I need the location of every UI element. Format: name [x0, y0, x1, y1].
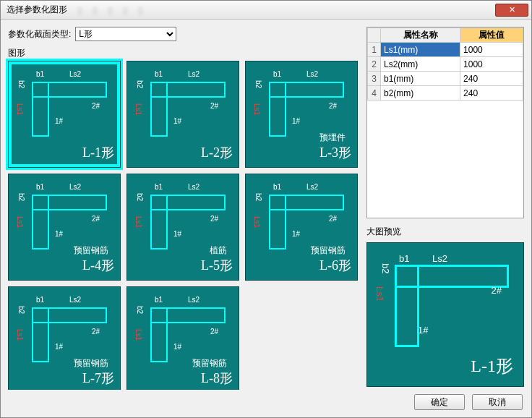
shape-subtitle: 植筋 [210, 244, 227, 257]
table-row[interactable]: 4b2(mm)240 [368, 86, 523, 101]
shape-caption: L-3形 [319, 144, 351, 161]
shape-caption: L-7形 [82, 370, 114, 387]
shape-caption: L-2形 [201, 144, 233, 161]
dialog-window: 选择参数化图形 ▯▯▯▯▯ ✕ 参数化截面类型: L形 图形 b1Ls2Ls1b… [0, 0, 532, 418]
schematic: b1Ls2Ls1b21#2# [263, 72, 347, 140]
close-icon: ✕ [509, 5, 515, 14]
right-panel: 属性名称 属性值 1Ls1(mm)10002Ls2(mm)10003b1(mm)… [366, 27, 524, 387]
ok-button[interactable]: 确定 [414, 394, 465, 410]
window-title: 选择参数化图形 [7, 4, 67, 16]
titlebar: 选择参数化图形 ▯▯▯▯▯ ✕ [1, 1, 531, 20]
col-header-value: 属性值 [460, 28, 523, 43]
preview-caption: L-1形 [471, 354, 513, 378]
content-area: 参数化截面类型: L形 图形 b1Ls2Ls1b21#2#L-1形b1Ls2Ls… [1, 20, 531, 390]
type-label: 参数化截面类型: [8, 28, 71, 40]
schematic: b1Ls2Ls1b21#2# [263, 184, 347, 252]
footer: 确定 取消 [1, 390, 531, 417]
schematic: b1Ls2Ls1b21#2# [26, 184, 110, 252]
type-row: 参数化截面类型: L形 [8, 27, 359, 41]
table-row[interactable]: 1Ls1(mm)1000 [368, 43, 523, 57]
preview-schematic: b1 Ls2 Ls1 b2 1# 2# [389, 255, 512, 350]
shape-tile-4[interactable]: b1Ls2Ls1b21#2#预留钢筋L-4形 [8, 174, 121, 281]
prop-name: b2(mm) [381, 86, 460, 101]
prop-name: Ls2(mm) [381, 57, 460, 72]
prop-value[interactable]: 1000 [460, 57, 523, 72]
shape-tile-7[interactable]: b1Ls2Ls1b21#2#预留钢筋L-7形 [8, 286, 121, 390]
schematic: b1Ls2Ls1b21#2# [145, 184, 228, 252]
schematic: b1Ls2Ls1b21#2# [145, 72, 228, 140]
schematic: b1Ls2Ls1b21#2# [145, 297, 228, 365]
shape-tile-3[interactable]: b1Ls2Ls1b21#2#预埋件L-3形 [245, 61, 358, 168]
shape-subtitle: 预留钢筋 [192, 357, 227, 370]
table-row[interactable]: 3b1(mm)240 [368, 72, 523, 86]
shape-tile-1[interactable]: b1Ls2Ls1b21#2#L-1形 [8, 61, 121, 168]
table-row[interactable]: 2Ls2(mm)1000 [368, 57, 523, 72]
close-button[interactable]: ✕ [495, 4, 528, 17]
shape-tile-6[interactable]: b1Ls2Ls1b21#2#预留钢筋L-6形 [245, 174, 358, 281]
shape-caption: L-8形 [201, 370, 233, 387]
prop-value[interactable]: 240 [460, 86, 523, 101]
preview-label: 大图预览 [366, 226, 524, 238]
shape-caption: L-4形 [82, 257, 114, 274]
shape-caption: L-5形 [201, 257, 233, 274]
shape-caption: L-1形 [82, 144, 114, 161]
cancel-button[interactable]: 取消 [472, 394, 523, 410]
shapes-grid: b1Ls2Ls1b21#2#L-1形b1Ls2Ls1b21#2#L-2形b1Ls… [8, 61, 359, 390]
shapes-label: 图形 [8, 47, 359, 59]
prop-value[interactable]: 1000 [460, 43, 523, 57]
schematic: b1Ls2Ls1b21#2# [26, 297, 110, 365]
shape-subtitle: 预留钢筋 [74, 244, 108, 257]
shape-subtitle: 预留钢筋 [74, 357, 108, 370]
titlebar-blurred-tabs: ▯▯▯▯▯ [67, 5, 495, 15]
col-header-name: 属性名称 [381, 28, 460, 43]
shape-tile-5[interactable]: b1Ls2Ls1b21#2#植筋L-5形 [126, 174, 239, 281]
left-panel: 参数化截面类型: L形 图形 b1Ls2Ls1b21#2#L-1形b1Ls2Ls… [8, 27, 359, 387]
property-table[interactable]: 属性名称 属性值 1Ls1(mm)10002Ls2(mm)10003b1(mm)… [366, 27, 524, 218]
shape-tile-2[interactable]: b1Ls2Ls1b21#2#L-2形 [126, 61, 239, 168]
schematic: b1Ls2Ls1b21#2# [26, 72, 110, 140]
shape-caption: L-6形 [319, 257, 351, 274]
shape-subtitle: 预埋件 [319, 132, 346, 144]
preview-panel: b1 Ls2 Ls1 b2 1# 2# L-1形 [366, 242, 524, 387]
prop-value[interactable]: 240 [460, 72, 523, 86]
shape-subtitle: 预留钢筋 [311, 244, 346, 257]
prop-name: Ls1(mm) [381, 43, 460, 57]
shape-tile-8[interactable]: b1Ls2Ls1b21#2#预留钢筋L-8形 [126, 286, 239, 390]
type-select[interactable]: L形 [75, 27, 176, 41]
prop-name: b1(mm) [381, 72, 460, 86]
